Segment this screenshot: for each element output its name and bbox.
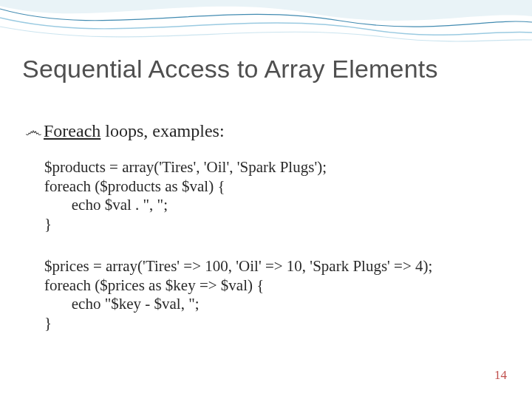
- code-line: $products = array('Tires', 'Oil', 'Spark…: [44, 158, 327, 176]
- code-line: echo $val . ", ";: [44, 196, 168, 214]
- code-line: foreach ($prices as $key => $val) {: [44, 276, 264, 294]
- code-line: foreach ($products as $val) {: [44, 177, 225, 195]
- bullet-icon: ෴: [25, 121, 42, 140]
- subhead-rest: loops, examples:: [100, 121, 224, 140]
- code-example-1: $products = array('Tires', 'Oil', 'Spark…: [44, 158, 327, 233]
- slide: Sequential Access to Array Elements ෴For…: [0, 0, 532, 399]
- code-line: echo "$key - $val, ";: [44, 295, 200, 313]
- code-line: }: [44, 215, 52, 233]
- page-number: 14: [494, 368, 507, 383]
- code-line: $prices = array('Tires' => 100, 'Oil' =>…: [44, 257, 432, 275]
- code-line: }: [44, 314, 52, 332]
- code-example-2: $prices = array('Tires' => 100, 'Oil' =>…: [44, 257, 432, 332]
- subheading: ෴Foreach loops, examples:: [25, 121, 225, 141]
- subhead-underlined: Foreach: [44, 121, 100, 140]
- slide-title: Sequential Access to Array Elements: [22, 55, 510, 83]
